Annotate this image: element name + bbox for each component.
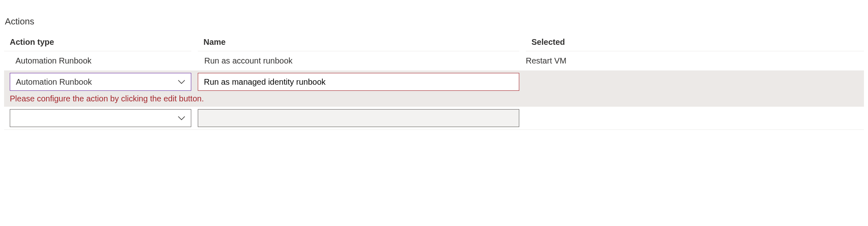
blank-row [4, 107, 864, 130]
row-action-type: Automation Runbook [4, 51, 191, 70]
action-type-dropdown[interactable]: Automation Runbook [10, 73, 191, 91]
blank-name-input[interactable] [198, 109, 519, 127]
header-action-type: Action type [4, 34, 191, 51]
row-name: Run as account runbook [198, 51, 519, 70]
actions-grid: Action type Name Selected Automation Run… [4, 34, 864, 130]
blank-action-type-dropdown[interactable] [10, 109, 191, 127]
header-selected: Selected [526, 34, 864, 51]
error-row: Please configure the action by clicking … [4, 93, 864, 107]
chevron-down-icon [178, 80, 185, 84]
error-message: Please configure the action by clicking … [10, 94, 204, 103]
action-type-dropdown-value: Automation Runbook [16, 77, 92, 87]
header-name: Name [198, 34, 519, 51]
section-title: Actions [4, 16, 864, 27]
chevron-down-icon [178, 116, 185, 120]
row-selected: Restart VM [526, 51, 864, 70]
edit-row: Automation Runbook [4, 70, 864, 93]
name-input[interactable] [198, 73, 519, 91]
